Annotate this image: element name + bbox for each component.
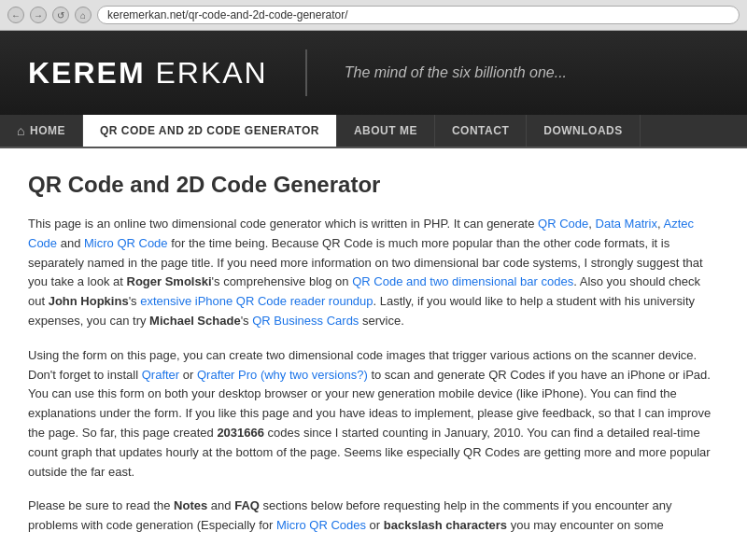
- nav-contact-label: CONTACT: [452, 124, 509, 137]
- link-qrafter-pro[interactable]: Qrafter Pro: [197, 368, 257, 382]
- name-michael: Michael Schade: [149, 314, 241, 328]
- link-qr-2d[interactable]: QR Code and two dimensional bar codes: [352, 274, 573, 288]
- link-qrafter[interactable]: Qrafter: [142, 368, 179, 382]
- site-content: QR Code and 2D Code Generator This page …: [0, 148, 747, 560]
- nav-downloads[interactable]: DOWNLOADS: [527, 115, 641, 147]
- link-qr-code[interactable]: QR Code: [538, 217, 588, 231]
- nav-about[interactable]: ABOUT ME: [337, 115, 435, 147]
- nav-about-label: ABOUT ME: [354, 124, 417, 137]
- link-iphone-roundup[interactable]: extensive iPhone QR Code reader roundup: [140, 294, 373, 308]
- home-button[interactable]: ⌂: [75, 7, 92, 23]
- nav-contact[interactable]: CONTACT: [435, 115, 527, 147]
- nav-home-label: HOME: [30, 124, 65, 137]
- logo-part1: KEREM: [28, 56, 146, 90]
- name-roger: Roger Smolski: [127, 274, 212, 288]
- site-logo: KEREM ERKAN: [28, 56, 268, 91]
- link-micro-qr[interactable]: Micro QR Code: [84, 236, 168, 250]
- code-count: 2031666: [217, 426, 264, 440]
- site-header: KEREM ERKAN The mind of the six billiont…: [0, 31, 747, 115]
- site-nav: ⌂ HOME QR CODE AND 2D CODE GENERATOR ABO…: [0, 115, 747, 148]
- logo-part2: ERKAN: [146, 56, 268, 90]
- link-business-cards[interactable]: QR Business Cards: [252, 314, 359, 328]
- link-micro-qr-2[interactable]: Micro QR Codes: [276, 518, 366, 532]
- nav-downloads-label: DOWNLOADS: [543, 124, 623, 137]
- nav-qr-code[interactable]: QR CODE AND 2D CODE GENERATOR: [83, 115, 337, 147]
- forward-button[interactable]: →: [30, 7, 47, 23]
- page-title: QR Code and 2D Code Generator: [28, 172, 719, 198]
- link-why-versions[interactable]: (why two versions?): [257, 368, 367, 382]
- site-wrapper: KEREM ERKAN The mind of the six billiont…: [0, 31, 747, 560]
- back-button[interactable]: ←: [7, 7, 24, 23]
- logo-divider: [305, 49, 307, 96]
- reload-button[interactable]: ↺: [52, 7, 69, 23]
- nav-home[interactable]: ⌂ HOME: [0, 115, 83, 147]
- address-bar[interactable]: keremerkan.net/qr-code-and-2d-code-gener…: [97, 6, 740, 24]
- nav-qr-label: QR CODE AND 2D CODE GENERATOR: [100, 124, 319, 137]
- name-john: John Hopkins: [49, 294, 129, 308]
- paragraph-3: Please be sure to read the Notes and FAQ…: [28, 497, 719, 536]
- browser-chrome: ← → ↺ ⌂ keremerkan.net/qr-code-and-2d-co…: [0, 0, 747, 31]
- home-icon: ⌂: [17, 123, 25, 138]
- link-data-matrix[interactable]: Data Matrix: [596, 217, 657, 231]
- backslash-label: backslash characters: [384, 518, 507, 532]
- faq-label: FAQ: [234, 498, 260, 512]
- site-tagline: The mind of the six billionth one...: [345, 64, 567, 81]
- notes-label: Notes: [174, 498, 207, 512]
- paragraph-1: This page is an online two dimensional c…: [28, 215, 719, 331]
- paragraph-2: Using the form on this page, you can cre…: [28, 346, 719, 483]
